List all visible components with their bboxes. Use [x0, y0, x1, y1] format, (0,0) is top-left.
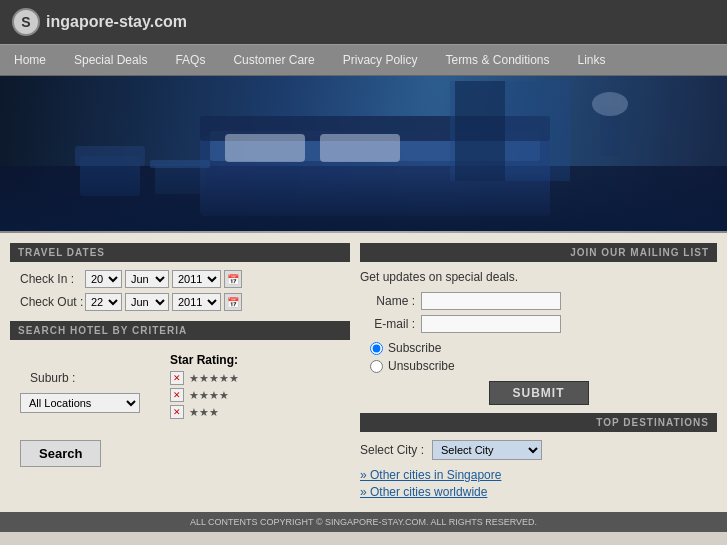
suburb-label: Suburb : — [30, 371, 75, 385]
join-mailing-header: JOIN OUR MAILING LIST — [360, 243, 717, 262]
travel-dates-header: TRAVEL DATES — [10, 243, 350, 262]
nav-customer-care[interactable]: Customer Care — [219, 45, 328, 75]
nav-faqs[interactable]: FAQs — [161, 45, 219, 75]
nav-privacy-policy[interactable]: Privacy Policy — [329, 45, 432, 75]
right-panel: JOIN OUR MAILING LIST Get updates on spe… — [360, 243, 717, 502]
star-4-checkbox[interactable]: ✕ — [170, 388, 184, 402]
svg-point-13 — [592, 92, 628, 116]
suburb-row: Suburb : — [30, 371, 140, 385]
svg-rect-7 — [455, 81, 505, 181]
check-in-row: Check In : 20 21 22 Jun Jul Aug 2011 201… — [10, 270, 350, 288]
svg-rect-4 — [225, 134, 305, 162]
top-destinations-header: TOP DESTINATIONS — [360, 413, 717, 432]
left-panel: TRAVEL DATES Check In : 20 21 22 Jun Jul… — [10, 243, 350, 502]
submit-button[interactable]: SUBMIT — [489, 381, 589, 405]
check-in-label: Check In : — [20, 272, 85, 286]
subscribe-label: Subscribe — [388, 341, 441, 355]
subscribe-radio[interactable] — [370, 342, 383, 355]
navigation: Home Special Deals FAQs Customer Care Pr… — [0, 44, 727, 76]
name-label: Name : — [360, 294, 415, 308]
footer-text: ALL CONTENTS COPYRIGHT © SINGAPORE-STAY.… — [190, 517, 537, 527]
unsubscribe-row: Unsubscribe — [370, 359, 717, 373]
search-hotel-section: SEARCH HOTEL BY CRITERIA Suburb : All Lo… — [10, 321, 350, 475]
unsubscribe-radio[interactable] — [370, 360, 383, 373]
site-title: ingapore-stay.com — [46, 13, 187, 31]
check-in-calendar-icon[interactable]: 📅 — [224, 270, 242, 288]
city-label: Select City : — [360, 443, 424, 457]
main-content: TRAVEL DATES Check In : 20 21 22 Jun Jul… — [0, 233, 727, 512]
star-row-5: ✕ ★★★★★ — [170, 371, 239, 385]
suburb-col: Suburb : All Locations City Centre Orcha… — [20, 353, 140, 422]
hero-gradient — [0, 171, 727, 231]
footer: ALL CONTENTS COPYRIGHT © SINGAPORE-STAY.… — [0, 512, 727, 532]
destination-links: Other cities in Singapore Other cities w… — [360, 468, 717, 499]
logo-icon: S — [12, 8, 40, 36]
header: S ingapore-stay.com — [0, 0, 727, 44]
svg-rect-11 — [150, 160, 210, 168]
city-select[interactable]: Select City Singapore Sentosa — [432, 440, 542, 460]
suburb-select[interactable]: All Locations City Centre Orchard Sentos… — [20, 393, 140, 413]
check-in-day-select[interactable]: 20 21 22 — [85, 270, 122, 288]
star-3-checkbox[interactable]: ✕ — [170, 405, 184, 419]
nav-home[interactable]: Home — [0, 45, 60, 75]
logo-letter: S — [21, 14, 30, 30]
nav-links[interactable]: Links — [564, 45, 620, 75]
svg-rect-5 — [320, 134, 400, 162]
unsubscribe-label: Unsubscribe — [388, 359, 455, 373]
nav-terms[interactable]: Terms & Conditions — [431, 45, 563, 75]
mailing-description: Get updates on special deals. — [360, 270, 717, 284]
star-row-3: ✕ ★★★ — [170, 405, 239, 419]
search-criteria-inner: Suburb : All Locations City Centre Orcha… — [10, 348, 350, 432]
check-out-day-select[interactable]: 22 23 24 — [85, 293, 122, 311]
check-in-year-select[interactable]: 2011 2012 — [172, 270, 221, 288]
name-row: Name : — [360, 292, 717, 310]
star-5-label: ★★★★★ — [189, 372, 239, 385]
star-3-label: ★★★ — [189, 406, 219, 419]
check-out-row: Check Out : 22 23 24 Jun Jul Aug 2011 20… — [10, 293, 350, 311]
email-row: E-mail : — [360, 315, 717, 333]
search-button[interactable]: Search — [20, 440, 101, 467]
star-rating-section: Star Rating: ✕ ★★★★★ ✕ ★★★★ ✕ ★★★ — [170, 353, 239, 422]
subscribe-row: Subscribe — [370, 341, 717, 355]
search-hotel-header: SEARCH HOTEL BY CRITERIA — [10, 321, 350, 340]
check-out-month-select[interactable]: Jun Jul Aug — [125, 293, 169, 311]
check-in-month-select[interactable]: Jun Jul Aug — [125, 270, 169, 288]
email-label: E-mail : — [360, 317, 415, 331]
email-input[interactable] — [421, 315, 561, 333]
hero-image — [0, 76, 727, 231]
city-row: Select City : Select City Singapore Sent… — [360, 440, 717, 460]
star-5-checkbox[interactable]: ✕ — [170, 371, 184, 385]
star-row-4: ✕ ★★★★ — [170, 388, 239, 402]
check-out-year-select[interactable]: 2011 2012 — [172, 293, 221, 311]
svg-rect-9 — [75, 146, 145, 166]
worldwide-cities-link[interactable]: Other cities worldwide — [360, 485, 717, 499]
star-rating-label: Star Rating: — [170, 353, 239, 367]
name-input[interactable] — [421, 292, 561, 310]
check-out-calendar-icon[interactable]: 📅 — [224, 293, 242, 311]
check-out-label: Check Out : — [20, 295, 85, 309]
nav-special-deals[interactable]: Special Deals — [60, 45, 161, 75]
star-4-label: ★★★★ — [189, 389, 229, 402]
singapore-cities-link[interactable]: Other cities in Singapore — [360, 468, 717, 482]
subscription-options: Subscribe Unsubscribe — [370, 341, 717, 373]
